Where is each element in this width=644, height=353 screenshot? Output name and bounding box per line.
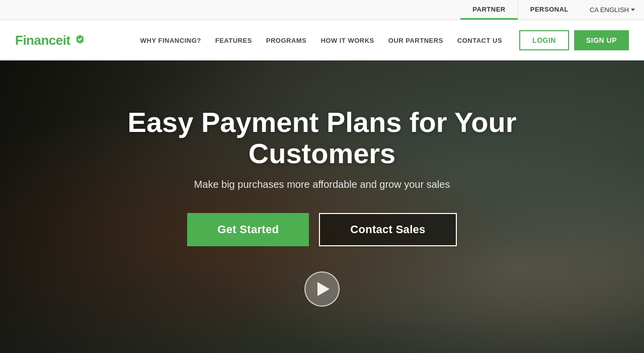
hero-buttons: Get Started Contact Sales [116, 213, 528, 246]
contact-sales-button[interactable]: Contact Sales [319, 213, 456, 246]
hero-content: Easy Payment Plans for Your Customers Ma… [96, 107, 548, 307]
login-button[interactable]: LOGIN [519, 30, 569, 50]
top-bar: PARTNER PERSONAL CA ENGLISH [0, 0, 644, 20]
logo-icon [74, 34, 86, 45]
hero-section: Easy Payment Plans for Your Customers Ma… [0, 60, 644, 353]
logo-text: Financeit [15, 33, 86, 48]
nav-link-our-partners[interactable]: OUR PARTNERS [381, 37, 450, 44]
nav-link-why-financing[interactable]: WHY FINANCING? [133, 37, 208, 44]
get-started-button[interactable]: Get Started [187, 213, 309, 246]
nav-link-how-it-works[interactable]: HOW IT WORKS [313, 37, 381, 44]
nav-link-programs[interactable]: PROGRAMS [259, 37, 314, 44]
logo-main-text: Finance [15, 33, 63, 48]
main-nav: Financeit WHY FINANCING? FEATURES PROGRA… [0, 20, 644, 60]
top-bar-language[interactable]: CA ENGLISH [581, 0, 644, 20]
logo-accent-text: it [63, 33, 70, 48]
hero-title: Easy Payment Plans for Your Customers [116, 107, 528, 169]
nav-links: WHY FINANCING? FEATURES PROGRAMS HOW IT … [133, 37, 509, 44]
signup-button[interactable]: SIGN UP [574, 30, 629, 50]
top-bar-partner[interactable]: PARTNER [460, 0, 517, 20]
language-label: CA ENGLISH [590, 6, 629, 14]
play-icon [317, 282, 330, 296]
nav-link-features[interactable]: FEATURES [208, 37, 259, 44]
nav-link-contact-us[interactable]: CONTACT US [450, 37, 509, 44]
nav-buttons: LOGIN SIGN UP [519, 30, 629, 50]
play-video-button[interactable] [304, 271, 340, 307]
hero-subtitle: Make big purchases more affordable and g… [116, 179, 528, 190]
logo[interactable]: Financeit [15, 33, 86, 48]
chevron-down-icon [631, 9, 635, 11]
top-bar-personal[interactable]: PERSONAL [518, 0, 581, 20]
